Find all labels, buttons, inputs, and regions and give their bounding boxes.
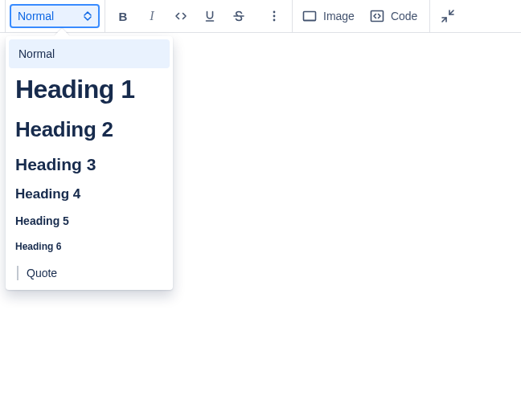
style-option-label: Heading 3 — [15, 155, 96, 174]
style-option-label: Heading 2 — [15, 117, 113, 142]
style-option-label: Heading 1 — [15, 75, 134, 104]
style-option-label: Normal — [18, 47, 55, 60]
more-format-button[interactable] — [260, 3, 288, 29]
style-option-h1[interactable]: Heading 1 — [9, 68, 170, 111]
style-option-h6[interactable]: Heading 6 — [9, 234, 170, 259]
style-option-h4[interactable]: Heading 4 — [9, 181, 170, 208]
text-style-dropdown: Normal Heading 1 Heading 2 Heading 3 Hea… — [6, 36, 173, 290]
code-inline-button[interactable] — [167, 3, 195, 29]
underline-button[interactable] — [196, 3, 224, 29]
insert-image-label: Image — [323, 10, 355, 22]
insert-image-button[interactable]: Image — [297, 3, 363, 29]
bold-icon: B — [119, 10, 128, 23]
code-inline-icon — [174, 10, 187, 22]
insert-code-button[interactable]: Code — [364, 3, 425, 29]
svg-point-2 — [273, 19, 276, 22]
strikethrough-button[interactable] — [225, 3, 252, 29]
quote-bar-icon — [17, 266, 18, 280]
style-option-label: Heading 6 — [15, 241, 61, 252]
toolbar-left-gap — [0, 0, 6, 32]
more-vertical-icon — [268, 10, 281, 22]
style-option-h5[interactable]: Heading 5 — [9, 208, 170, 234]
style-option-label: Heading 4 — [15, 186, 80, 202]
style-option-label: Quote — [27, 267, 57, 279]
collapse-group — [430, 0, 466, 32]
insert-code-label: Code — [391, 10, 417, 22]
strikethrough-icon — [232, 10, 245, 22]
format-group: B I — [105, 0, 292, 32]
underline-icon — [203, 10, 216, 22]
italic-icon: I — [150, 9, 154, 23]
image-icon — [302, 8, 318, 24]
bold-button[interactable]: B — [109, 3, 137, 29]
toolbar: Normal B I — [0, 0, 521, 33]
style-option-h3[interactable]: Heading 3 — [9, 149, 170, 181]
style-option-quote[interactable]: Quote — [9, 259, 170, 287]
chevron-up-down-icon — [83, 11, 92, 21]
code-block-icon — [369, 8, 385, 24]
text-style-selector[interactable]: Normal — [10, 4, 100, 28]
svg-point-1 — [273, 15, 276, 18]
italic-button[interactable]: I — [138, 3, 166, 29]
collapse-button[interactable] — [434, 3, 462, 29]
collapse-icon — [441, 9, 455, 23]
style-option-label: Heading 5 — [15, 214, 69, 227]
style-option-h2[interactable]: Heading 2 — [9, 111, 170, 149]
insert-group: Image Code — [293, 0, 429, 32]
style-option-normal[interactable]: Normal — [9, 39, 170, 68]
text-style-selector-label: Normal — [18, 10, 54, 22]
svg-rect-4 — [371, 11, 383, 22]
svg-point-0 — [273, 11, 276, 14]
